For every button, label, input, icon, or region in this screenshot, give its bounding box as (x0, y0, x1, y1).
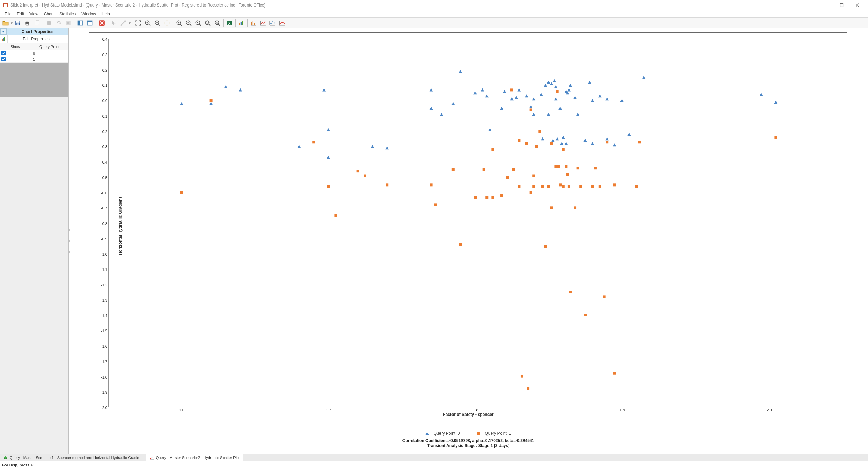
print-icon[interactable] (23, 19, 32, 27)
close-x-icon[interactable] (97, 19, 106, 27)
y-tick-label: -0.9 (94, 237, 107, 241)
edit-properties-label: Edit Properties... (8, 37, 68, 41)
svg-marker-6 (11, 22, 13, 24)
svg-rect-222 (606, 141, 608, 143)
line-icon[interactable] (119, 19, 128, 27)
svg-rect-191 (525, 142, 528, 145)
maximize-button[interactable] (834, 0, 849, 10)
panel-split-icon[interactable] (85, 19, 94, 27)
checkbox[interactable] (1, 51, 6, 55)
table-row: 1 (0, 56, 68, 62)
svg-rect-171 (334, 214, 337, 217)
minimize-button[interactable] (818, 0, 834, 10)
globe-icon[interactable] (45, 19, 53, 27)
svg-rect-185 (506, 176, 509, 179)
svg-point-45 (197, 22, 198, 23)
zoom-out-icon[interactable] (153, 19, 162, 27)
panel-left-icon[interactable] (76, 19, 85, 27)
chart-scatter-icon[interactable] (268, 19, 277, 27)
svg-rect-200 (544, 245, 547, 248)
col-show[interactable]: Show (0, 43, 31, 50)
svg-marker-148 (564, 142, 568, 145)
dropdown-caret-icon[interactable] (10, 22, 13, 24)
svg-rect-176 (434, 203, 437, 206)
checkbox[interactable] (1, 57, 6, 61)
magnify-all-icon[interactable] (213, 19, 222, 27)
y-tick-label: -1.2 (94, 283, 107, 287)
chart-bar-icon[interactable] (237, 19, 246, 27)
menu-window[interactable]: Window (79, 11, 99, 17)
open-folder-icon[interactable] (1, 19, 10, 27)
pan-icon[interactable] (162, 19, 171, 27)
svg-rect-210 (565, 165, 567, 168)
magnify-region-icon[interactable] (203, 19, 212, 27)
svg-marker-105 (180, 102, 183, 105)
main-area: Chart Properties Edit Properties... Show… (0, 28, 868, 454)
svg-line-40 (180, 24, 182, 26)
col-query-point[interactable]: Query Point (31, 43, 68, 50)
excel-icon[interactable]: X (225, 19, 234, 27)
copy-icon[interactable] (33, 19, 41, 27)
svg-rect-216 (579, 185, 582, 188)
pointer-icon[interactable] (109, 19, 118, 27)
chart-trend-icon[interactable] (278, 19, 287, 27)
zoom-in-icon[interactable] (143, 19, 152, 27)
svg-rect-181 (485, 196, 488, 199)
svg-marker-128 (517, 88, 521, 91)
svg-rect-198 (538, 130, 541, 133)
svg-marker-146 (562, 136, 565, 139)
menu-view[interactable]: View (27, 11, 41, 17)
app-icon (3, 2, 8, 8)
doc-tab[interactable]: Query - Master Scenario:2 - Hydraulic Sc… (146, 454, 244, 461)
svg-rect-8 (16, 21, 20, 23)
splitter-handle[interactable] (69, 229, 71, 253)
menu-edit[interactable]: Edit (14, 11, 27, 17)
compute-icon[interactable] (64, 19, 73, 27)
svg-marker-132 (532, 113, 535, 116)
save-icon[interactable] (13, 19, 22, 27)
svg-rect-225 (635, 185, 638, 188)
magnify-reset-icon[interactable] (194, 19, 203, 27)
svg-rect-9 (17, 23, 19, 25)
svg-rect-58 (253, 21, 253, 25)
svg-rect-217 (584, 314, 587, 316)
zoom-fit-icon[interactable] (134, 19, 143, 27)
svg-marker-158 (598, 94, 602, 97)
legend-label: Query Point: 1 (485, 431, 511, 436)
chart-line-icon[interactable] (258, 19, 267, 27)
edit-properties-button[interactable]: Edit Properties... (0, 35, 68, 43)
svg-point-65 (272, 21, 273, 22)
svg-marker-154 (583, 139, 587, 142)
svg-rect-194 (530, 191, 532, 194)
svg-marker-38 (169, 22, 170, 24)
svg-marker-163 (627, 133, 631, 136)
plot-area[interactable] (108, 39, 842, 407)
x-tick-label: 2.0 (767, 408, 772, 412)
menu-help[interactable]: Help (99, 11, 113, 17)
svg-rect-11 (26, 21, 29, 22)
menu-chart[interactable]: Chart (41, 11, 57, 17)
svg-rect-167 (180, 191, 183, 194)
svg-rect-178 (459, 243, 462, 246)
close-button[interactable] (849, 0, 865, 10)
y-tick-label: -1.9 (94, 390, 107, 394)
chart-columns-icon[interactable] (249, 19, 258, 27)
svg-marker-121 (481, 88, 484, 91)
svg-marker-126 (510, 97, 514, 100)
dropdown-caret-icon[interactable] (128, 22, 131, 24)
stats-line-1: Correlation Coefficient=-0.0519798, alph… (69, 438, 868, 444)
menu-statistics[interactable]: Statistics (57, 11, 79, 17)
scatter-icon (150, 456, 154, 460)
svg-point-231 (150, 458, 151, 458)
legend-label: Query Point: 0 (434, 431, 460, 436)
svg-rect-48 (206, 21, 209, 24)
svg-line-50 (218, 24, 220, 26)
menu-file[interactable]: File (2, 11, 14, 17)
magnify-plus-icon[interactable] (174, 19, 183, 27)
svg-marker-228 (4, 456, 7, 459)
magnify-minus-icon[interactable] (184, 19, 193, 27)
sidebar-collapse-button[interactable] (0, 28, 7, 35)
doc-tab[interactable]: Query - Master Scenario:1 - Spencer meth… (0, 454, 146, 461)
svg-marker-116 (430, 107, 433, 110)
redo-icon[interactable] (54, 19, 63, 27)
